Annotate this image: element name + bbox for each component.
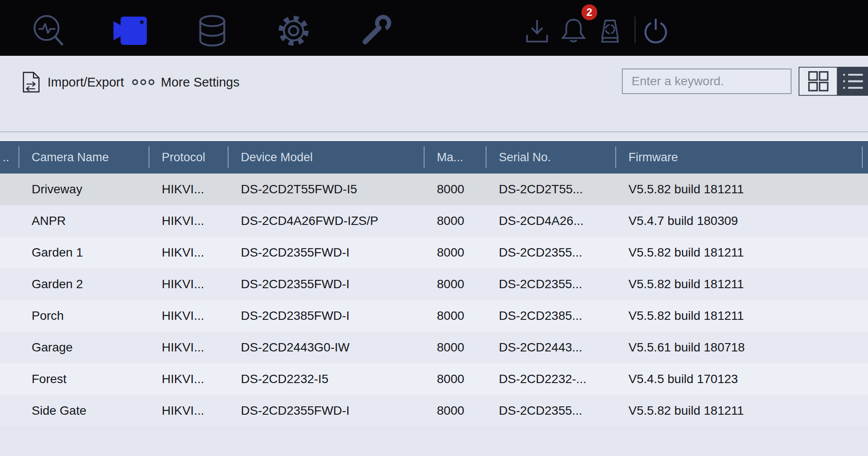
more-settings-button[interactable]: More Settings <box>132 69 240 95</box>
cell-serial: DS-2CD2355... <box>486 268 615 300</box>
download-button[interactable] <box>519 11 556 51</box>
table-row[interactable]: Side GateHIKVI...DS-2CD2355FWD-I8000DS-2… <box>0 395 868 427</box>
column-header-firmware: Firmware <box>615 141 868 174</box>
cell-firmware: V5.5.61 build 180718 <box>615 332 868 363</box>
nav-monitoring[interactable] <box>27 11 68 51</box>
cell-protocol: HIKVI... <box>149 174 228 205</box>
cell-spacer <box>0 363 18 395</box>
cell-port: 8000 <box>424 300 486 332</box>
cell-spacer <box>0 268 18 300</box>
topbar-divider <box>635 17 636 43</box>
column-header-device-model: Device Model <box>228 141 424 174</box>
list-view-button[interactable] <box>838 67 868 96</box>
cell-port: 8000 <box>424 363 486 395</box>
grid-view-button[interactable] <box>799 67 838 96</box>
cell-protocol: HIKVI... <box>149 268 228 300</box>
cell-firmware: V5.5.82 build 181211 <box>615 237 868 268</box>
cell-model: DS-2CD2355FWD-I <box>228 237 424 268</box>
table-header-row: ..Camera NameProtocolDevice ModelMa...Se… <box>0 140 868 174</box>
list-view-icon <box>842 70 864 93</box>
top-nav-bar: 2 <box>0 0 868 56</box>
cell-model: DS-2CD2T55FWD-I5 <box>228 174 424 205</box>
cell-protocol: HIKVI... <box>149 205 228 237</box>
cell-protocol: HIKVI... <box>149 332 228 363</box>
table-body: DrivewayHIKVI...DS-2CD2T55FWD-I58000DS-2… <box>0 174 868 427</box>
database-icon <box>194 12 231 49</box>
cell-protocol: HIKVI... <box>149 300 228 332</box>
column-header-: .. <box>0 141 18 174</box>
alarm-notifications-button[interactable]: 2 <box>555 11 592 51</box>
cell-port: 8000 <box>424 237 486 268</box>
nav-maintenance[interactable] <box>356 11 396 51</box>
cell-port: 8000 <box>424 268 486 300</box>
toolbar: Import/Export More Settings <box>0 56 868 140</box>
cell-spacer <box>0 174 18 205</box>
cell-spacer <box>0 395 18 427</box>
nav-camera[interactable] <box>109 11 150 51</box>
cell-serial: DS-2CD2T55... <box>486 174 615 205</box>
nav-settings[interactable] <box>273 11 314 51</box>
cell-serial: DS-2CD4A26... <box>486 205 615 237</box>
search-box <box>622 69 792 94</box>
cell-port: 8000 <box>424 395 486 427</box>
cell-spacer <box>0 205 18 237</box>
table-row[interactable]: PorchHIKVI...DS-2CD2385FWD-I8000DS-2CD23… <box>0 300 868 332</box>
cell-model: DS-2CD2232-I5 <box>228 363 424 395</box>
cell-name: Garage <box>18 332 149 363</box>
cell-serial: DS-2CD2232-... <box>486 363 615 395</box>
cell-serial: DS-2CD2355... <box>486 395 615 427</box>
cell-protocol: HIKVI... <box>149 237 228 268</box>
cell-spacer <box>0 300 18 332</box>
alarm-host-button[interactable] <box>592 11 628 51</box>
cell-model: DS-2CD2355FWD-I <box>228 395 424 427</box>
cell-port: 8000 <box>424 205 486 237</box>
table-row[interactable]: GarageHIKVI...DS-2CD2443G0-IW8000DS-2CD2… <box>0 332 868 363</box>
nvr-camera-management-screen: 2 Import/Export <box>0 0 868 456</box>
cell-port: 8000 <box>424 332 486 363</box>
power-button[interactable] <box>636 11 675 51</box>
nav-storage[interactable] <box>192 11 232 51</box>
cell-serial: DS-2CD2385... <box>486 300 615 332</box>
cell-firmware: V5.5.82 build 181211 <box>615 268 868 300</box>
table-row[interactable]: DrivewayHIKVI...DS-2CD2T55FWD-I58000DS-2… <box>0 174 868 205</box>
cell-firmware: V5.4.5 build 170123 <box>615 363 868 395</box>
search-pulse-icon <box>29 12 66 49</box>
table-row[interactable]: ANPRHIKVI...DS-2CD4A26FWD-IZS/P8000DS-2C… <box>0 205 868 237</box>
cell-name: Garden 1 <box>18 237 149 268</box>
table-row[interactable]: ForestHIKVI...DS-2CD2232-I58000DS-2CD223… <box>0 363 868 395</box>
cell-serial: DS-2CD2355... <box>486 237 615 268</box>
table-row[interactable]: Garden 1HIKVI...DS-2CD2355FWD-I8000DS-2C… <box>0 237 868 268</box>
cell-model: DS-2CD2355FWD-I <box>228 268 424 300</box>
cell-firmware: V5.5.82 build 181211 <box>615 395 868 427</box>
cell-name: Garden 2 <box>18 268 149 300</box>
toolbar-divider-line <box>0 131 868 132</box>
download-icon <box>520 14 554 47</box>
cell-model: DS-2CD2385FWD-I <box>228 300 424 332</box>
wrench-icon <box>358 12 395 49</box>
column-header-protocol: Protocol <box>149 141 228 174</box>
cell-protocol: HIKVI... <box>149 363 228 395</box>
import-export-button[interactable]: Import/Export <box>21 69 124 95</box>
column-header-camera-name: Camera Name <box>18 141 149 174</box>
gear-icon <box>275 12 312 49</box>
cell-model: DS-2CD2443G0-IW <box>228 332 424 363</box>
grid-view-icon <box>807 70 830 93</box>
cell-firmware: V5.5.82 build 181211 <box>615 174 868 205</box>
cell-model: DS-2CD4A26FWD-IZS/P <box>228 205 424 237</box>
cell-protocol: HIKVI... <box>149 395 228 427</box>
import-export-icon <box>21 71 41 93</box>
cell-name: Forest <box>18 363 149 395</box>
cell-spacer <box>0 332 18 363</box>
more-dots-icon <box>132 78 155 87</box>
more-settings-label: More Settings <box>161 75 240 90</box>
alarm-host-icon <box>594 15 626 47</box>
import-export-label: Import/Export <box>47 75 124 90</box>
cell-port: 8000 <box>424 174 486 205</box>
cell-name: Driveway <box>18 174 149 205</box>
cell-name: Side Gate <box>18 395 149 427</box>
column-header-ma: Ma... <box>424 141 486 174</box>
camera-icon <box>109 11 150 51</box>
search-input[interactable] <box>623 74 791 88</box>
column-header-serial-no: Serial No. <box>486 141 615 174</box>
table-row[interactable]: Garden 2HIKVI...DS-2CD2355FWD-I8000DS-2C… <box>0 268 868 300</box>
